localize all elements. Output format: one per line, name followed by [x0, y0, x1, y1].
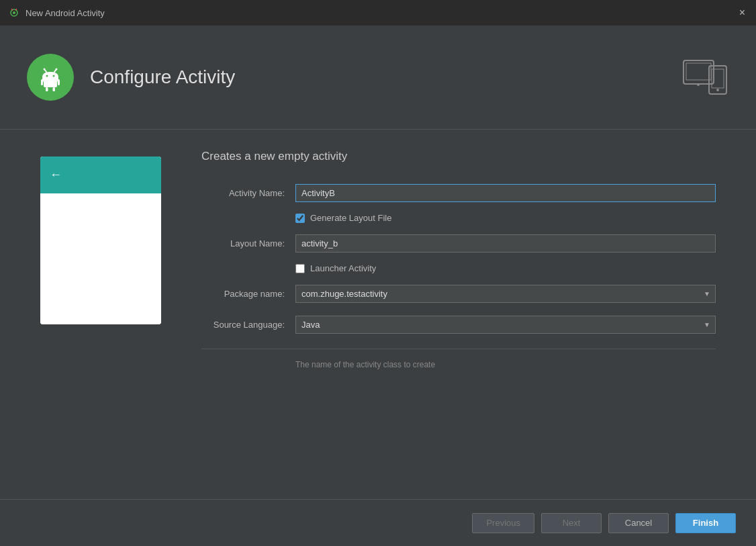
source-language-label: Source Language:	[201, 320, 295, 330]
svg-rect-16	[46, 87, 48, 91]
preview-card-header: ←	[40, 156, 161, 193]
device-preview-icon	[682, 59, 729, 96]
activity-preview-card: ←	[40, 156, 161, 324]
layout-name-label: Layout Name:	[201, 238, 295, 248]
generate-layout-row: Generate Layout File	[295, 213, 716, 223]
device-icons	[682, 59, 729, 96]
next-button[interactable]: Next	[541, 513, 602, 533]
generate-layout-label[interactable]: Generate Layout File	[310, 213, 391, 223]
android-logo	[27, 54, 74, 101]
source-language-select[interactable]: Java Kotlin	[295, 316, 716, 334]
launcher-activity-label[interactable]: Launcher Activity	[310, 263, 376, 273]
svg-rect-13	[44, 79, 57, 87]
generate-layout-checkbox[interactable]	[295, 214, 305, 223]
hint-text: The name of the activity class to create	[295, 360, 716, 369]
cancel-button[interactable]: Cancel	[608, 513, 669, 533]
svg-rect-17	[53, 87, 56, 91]
svg-point-8	[44, 69, 46, 71]
package-name-label: Package name:	[201, 289, 295, 299]
back-arrow-icon: ←	[50, 168, 62, 182]
svg-point-10	[56, 69, 58, 71]
svg-rect-15	[58, 79, 60, 85]
source-language-row: Source Language: Java Kotlin ▼	[201, 314, 716, 335]
svg-rect-14	[41, 79, 43, 85]
title-bar: New Android Activity ×	[0, 0, 756, 26]
launcher-activity-row: Launcher Activity	[295, 263, 716, 273]
finish-button[interactable]: Finish	[675, 513, 736, 533]
package-name-row: Package name: com.zhuge.testactivity ▼	[201, 283, 716, 304]
window-close-button[interactable]: ×	[737, 6, 748, 19]
svg-point-20	[697, 83, 700, 86]
layout-name-row: Layout Name:	[201, 232, 716, 254]
dialog-footer: Previous Next Cancel Finish	[0, 499, 756, 546]
main-content: ← Creates a new empty activity Activity …	[0, 130, 756, 499]
previous-button[interactable]: Previous	[472, 513, 534, 533]
form-area: Creates a new empty activity Activity Na…	[201, 150, 716, 479]
android-icon	[36, 62, 65, 92]
window-title: New Android Activity	[26, 8, 105, 18]
package-name-select-wrapper: com.zhuge.testactivity ▼	[295, 285, 716, 303]
title-bar-left: New Android Activity	[8, 7, 105, 19]
package-name-select[interactable]: com.zhuge.testactivity	[295, 285, 716, 303]
svg-line-4	[16, 9, 17, 11]
form-subtitle: Creates a new empty activity	[201, 150, 716, 163]
svg-point-12	[53, 75, 55, 77]
page-title: Configure Activity	[90, 66, 235, 88]
svg-rect-19	[686, 63, 711, 80]
layout-name-input[interactable]	[295, 234, 716, 253]
svg-point-11	[46, 75, 48, 77]
activity-name-input[interactable]	[295, 184, 716, 202]
launcher-activity-checkbox[interactable]	[295, 264, 305, 273]
source-language-select-wrapper: Java Kotlin ▼	[295, 316, 716, 334]
preview-card-body	[40, 193, 161, 324]
activity-name-row: Activity Name:	[201, 182, 716, 203]
form-divider	[201, 349, 716, 349]
svg-point-23	[716, 89, 719, 91]
header-left: Configure Activity	[27, 54, 235, 101]
dialog-header: Configure Activity	[0, 26, 756, 130]
activity-name-label: Activity Name:	[201, 188, 295, 198]
android-studio-icon	[8, 7, 20, 19]
svg-line-3	[12, 9, 13, 11]
svg-point-2	[13, 11, 15, 14]
